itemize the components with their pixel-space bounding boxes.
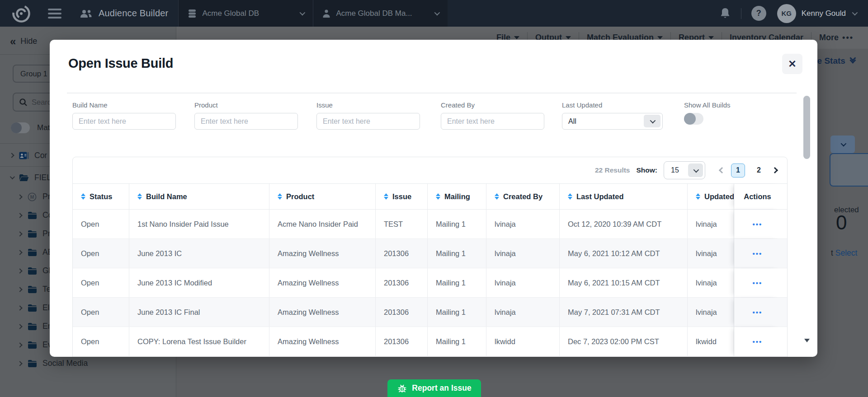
modal-title: Open Issue Build bbox=[68, 56, 173, 71]
cell-product: Amazing Wellness bbox=[269, 268, 376, 297]
sort-icon bbox=[568, 193, 572, 200]
table-row: Open1st Nano Insider Paid IssueAcme Nano… bbox=[73, 210, 787, 239]
row-actions-button[interactable]: ••• bbox=[753, 220, 763, 228]
table-row: OpenJune 2013 IC ModifiedAmazing Wellnes… bbox=[73, 268, 787, 298]
column-header-label: Build Name bbox=[146, 192, 187, 201]
cell-status: Open bbox=[73, 298, 129, 327]
cell-status: Open bbox=[73, 268, 129, 297]
column-header-label: Product bbox=[286, 192, 314, 201]
page-size-select[interactable]: 15 bbox=[664, 161, 705, 179]
results-count: 22 Results bbox=[595, 166, 630, 174]
cell-created_by: lvinaja bbox=[486, 239, 560, 268]
cell-issue: 201306 bbox=[376, 298, 428, 327]
modal-scrollbar[interactable] bbox=[803, 95, 810, 352]
cell-last_updated: May 6, 2021 10:15 AM CDT bbox=[560, 268, 688, 297]
column-header-label: Created By bbox=[503, 192, 542, 201]
avatar[interactable]: KG bbox=[777, 4, 796, 23]
sort-icon bbox=[278, 193, 282, 200]
cell-updated_by: lvinaja bbox=[688, 298, 734, 327]
column-header-product[interactable]: Product bbox=[269, 184, 376, 209]
bug-icon bbox=[397, 383, 407, 393]
report-an-issue-button[interactable]: Report an Issue bbox=[387, 379, 481, 397]
column-header-status[interactable]: Status bbox=[73, 184, 129, 209]
row-actions-button[interactable]: ••• bbox=[753, 250, 763, 257]
chevron-down-icon[interactable] bbox=[852, 10, 858, 16]
cell-actions: ••• bbox=[734, 210, 781, 238]
column-header-updated_by[interactable]: Updated By bbox=[688, 184, 734, 209]
last-updated-value: All bbox=[568, 117, 576, 126]
row-actions-button[interactable]: ••• bbox=[753, 308, 763, 316]
sort-icon bbox=[696, 193, 700, 200]
cell-last_updated: Dec 7, 2023 02:00 PM CST bbox=[560, 327, 688, 356]
page-1-button[interactable]: 1 bbox=[731, 163, 745, 177]
column-header-issue[interactable]: Issue bbox=[376, 184, 428, 209]
database-selector[interactable]: Acme Global DB bbox=[178, 0, 313, 27]
cell-issue: 201306 bbox=[376, 239, 428, 268]
audience-db-selector[interactable]: Acme Global DB Ma... bbox=[313, 0, 448, 27]
results-card: 22 Results Show: 15 1 2 StatusBuild Name… bbox=[72, 157, 788, 357]
cell-updated_by: lvinaja bbox=[688, 268, 734, 297]
cell-updated_by: lvinaja bbox=[688, 210, 734, 238]
last-updated-label: Last Updated bbox=[562, 101, 663, 109]
scroll-down-arrow-icon[interactable] bbox=[804, 339, 810, 342]
last-updated-select[interactable]: All bbox=[562, 113, 663, 130]
show-all-builds-label: Show All Builds bbox=[684, 101, 731, 109]
show-label: Show: bbox=[637, 166, 658, 174]
scrollbar-thumb[interactable] bbox=[803, 96, 810, 159]
column-header-created_by[interactable]: Created By bbox=[486, 184, 560, 209]
cell-last_updated: May 7, 2021 07:31 AM CDT bbox=[560, 298, 688, 327]
issue-label: Issue bbox=[316, 101, 420, 109]
cell-updated_by: lvinaja bbox=[688, 239, 734, 268]
top-navbar: Audience Builder Acme Global DB Acme Glo… bbox=[0, 0, 868, 27]
help-icon[interactable]: ? bbox=[751, 6, 766, 21]
column-header-last_updated[interactable]: Last Updated bbox=[560, 184, 688, 209]
build-name-input[interactable] bbox=[72, 113, 176, 130]
cell-actions: ••• bbox=[734, 268, 781, 297]
divider bbox=[741, 8, 741, 19]
cell-status: Open bbox=[73, 239, 129, 268]
cell-issue: 201306 bbox=[376, 268, 428, 297]
sort-icon bbox=[81, 193, 85, 200]
column-header-label: Actions bbox=[744, 192, 771, 201]
hamburger-menu-icon[interactable] bbox=[48, 9, 61, 19]
person-icon bbox=[322, 9, 330, 18]
column-header-mailing[interactable]: Mailing bbox=[428, 184, 486, 209]
cell-last_updated: Oct 12, 2020 10:39 AM CDT bbox=[560, 210, 688, 238]
cell-created_by: lvinaja bbox=[486, 298, 560, 327]
cell-product: Amazing Wellness bbox=[269, 298, 376, 327]
prev-page-button[interactable] bbox=[720, 166, 724, 174]
created-by-input[interactable] bbox=[441, 113, 544, 130]
cell-mailing: Mailing 1 bbox=[428, 210, 486, 238]
audience-icon bbox=[80, 9, 93, 19]
next-page-button[interactable] bbox=[773, 166, 777, 174]
table-header-row: StatusBuild NameProductIssueMailingCreat… bbox=[73, 183, 787, 210]
notifications-bell-icon[interactable] bbox=[719, 7, 731, 20]
row-actions-button[interactable]: ••• bbox=[753, 279, 763, 287]
page-size-value: 15 bbox=[671, 166, 679, 174]
cell-mailing: Mailing 1 bbox=[428, 298, 486, 327]
audience-db-selector-value: Acme Global DB Ma... bbox=[336, 9, 412, 18]
page-2-button[interactable]: 2 bbox=[752, 163, 766, 177]
issue-input[interactable] bbox=[316, 113, 420, 130]
cell-product: Amazing Wellness bbox=[269, 239, 376, 268]
cell-build_name: June 2013 IC Modified bbox=[129, 268, 269, 297]
cell-created_by: lkwidd bbox=[486, 327, 560, 356]
cell-last_updated: May 6, 2021 10:12 AM CDT bbox=[560, 239, 688, 268]
product-input[interactable] bbox=[194, 113, 298, 130]
build-name-label: Build Name bbox=[72, 101, 176, 109]
cell-status: Open bbox=[73, 210, 129, 238]
cell-created_by: lvinaja bbox=[486, 268, 560, 297]
row-actions-button[interactable]: ••• bbox=[753, 338, 763, 346]
cell-actions: ••• bbox=[734, 239, 781, 268]
report-an-issue-label: Report an Issue bbox=[412, 383, 471, 393]
open-issue-build-modal: Open Issue Build ✕ Build Name Product Is… bbox=[50, 40, 817, 357]
cell-created_by: lvinaja bbox=[486, 210, 560, 238]
cell-status: Open bbox=[73, 327, 129, 356]
chevron-down-icon bbox=[644, 115, 660, 127]
chevron-down-icon bbox=[434, 10, 440, 16]
column-header-label: Status bbox=[90, 192, 112, 201]
column-header-build_name[interactable]: Build Name bbox=[129, 184, 269, 209]
show-all-builds-toggle[interactable] bbox=[684, 113, 703, 125]
app-logo-icon[interactable] bbox=[11, 3, 32, 24]
close-button[interactable]: ✕ bbox=[782, 54, 802, 74]
